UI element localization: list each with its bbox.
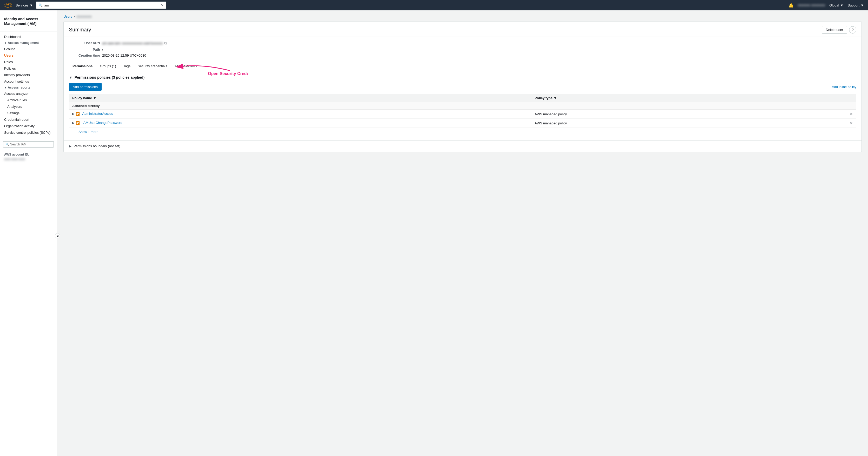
svg-rect-5	[75, 121, 79, 125]
policy-type-cell: AWS managed policy	[531, 119, 847, 128]
policy-name-cell: ▶ IAMUserChangePassword	[69, 119, 532, 128]
sidebar-item-access-analyzer[interactable]: Access analyzer	[0, 90, 57, 97]
tab-tags[interactable]: Tags	[120, 62, 134, 71]
support-menu[interactable]: Support ▼	[848, 3, 864, 7]
search-icon: 🔍	[38, 3, 42, 7]
sidebar-item-scp[interactable]: Service control policies (SCPs)	[0, 129, 57, 136]
account-id-label: AWS account ID:	[4, 153, 53, 156]
nav-right: 🔔 xxxxxxxx xxxxxxxxx Global ▼ Support ▼	[788, 3, 864, 8]
main-content: Users › xxxxxxxxx Summary Delete user ? …	[57, 10, 868, 456]
user-details: User ARN arn:aws:iam::xxxxxxxxxxxx:user/…	[64, 37, 862, 62]
col-policy-name-header[interactable]: Policy name ▼	[69, 94, 532, 102]
access-reports-toggle[interactable]: ▼ Access reports	[0, 85, 57, 90]
sidebar-item-analyzers[interactable]: Analyzers	[0, 103, 57, 110]
search-bar[interactable]: 🔍 ✕	[36, 2, 166, 9]
policy-icon	[75, 112, 80, 116]
policy-link-iam-user-change-password[interactable]: IAMUserChangePassword	[82, 121, 122, 125]
summary-card: Summary Delete user ? User ARN arn:aws:i…	[63, 22, 862, 152]
sort-icon: ▼	[93, 96, 96, 100]
header-actions: Delete user ?	[822, 26, 856, 33]
sidebar-item-org-activity[interactable]: Organization activity	[0, 123, 57, 129]
policy-type-cell: AWS managed policy	[531, 109, 847, 119]
sidebar-title: Identity and AccessManagement (IAM)	[0, 14, 57, 29]
account-name: xxxxxxxx xxxxxxxxx	[798, 3, 825, 7]
sidebar-item-users[interactable]: Users	[0, 52, 57, 59]
sidebar-item-identity-providers[interactable]: Identity providers	[0, 72, 57, 78]
col-actions-header	[847, 94, 856, 102]
top-nav: Services ▼ 🔍 ✕ 🔔 xxxxxxxx xxxxxxxxx Glob…	[0, 0, 868, 10]
search-input[interactable]	[44, 3, 161, 7]
breadcrumb-current-user: xxxxxxxxx	[76, 14, 92, 19]
policy-table: Policy name ▼ Policy type ▼	[69, 94, 856, 136]
help-button[interactable]: ?	[849, 26, 856, 33]
remove-policy-icon[interactable]: ✕	[850, 121, 853, 125]
path-value: /	[102, 47, 856, 52]
region-selector[interactable]: Global ▼	[829, 3, 843, 7]
clear-search-icon[interactable]: ✕	[161, 3, 164, 7]
copy-icon[interactable]: ⧉	[164, 41, 167, 45]
sidebar-item-policies[interactable]: Policies	[0, 65, 57, 72]
chevron-down-icon: ▼	[30, 3, 33, 7]
summary-title: Summary	[69, 27, 91, 33]
add-permissions-button[interactable]: Add permissions	[69, 83, 102, 91]
delete-user-button[interactable]: Delete user	[822, 26, 847, 33]
sidebar-search[interactable]: 🔍	[3, 141, 54, 148]
sidebar-item-roles[interactable]: Roles	[0, 59, 57, 65]
expand-policy-icon[interactable]: ▶	[72, 121, 74, 124]
collapse-icon: ▼	[4, 86, 7, 89]
arn-value: arn:aws:iam::xxxxxxxxxxxx:user/xxxxxxx ⧉	[102, 41, 856, 45]
sidebar-item-account-settings[interactable]: Account settings	[0, 78, 57, 85]
permissions-section: ▼ Permissions policies (3 policies appli…	[64, 71, 862, 140]
services-button[interactable]: Services ▼	[16, 3, 33, 7]
breadcrumb-users[interactable]: Users	[63, 14, 72, 19]
sidebar-item-groups[interactable]: Groups	[0, 46, 57, 52]
policy-row-administrator-access: ▶ AdministratorAccess AWS managed policy	[69, 109, 856, 119]
remove-policy-icon[interactable]: ✕	[850, 112, 853, 116]
sidebar-item-credential-report[interactable]: Credential report	[0, 116, 57, 123]
svg-rect-4	[76, 114, 78, 115]
chevron-down-icon: ▼	[840, 3, 844, 7]
sidebar-item-settings[interactable]: Settings	[0, 110, 57, 116]
search-icon: 🔍	[5, 143, 9, 146]
section-attached-directly: Attached directly	[69, 102, 856, 109]
tab-access-advisor[interactable]: Access Advisor	[171, 62, 201, 71]
breadcrumb: Users › xxxxxxxxx	[63, 14, 862, 19]
tab-permissions[interactable]: Permissions	[69, 62, 96, 71]
sidebar-footer: AWS account ID: xxxx-xxxx-xxxx	[0, 150, 57, 164]
show-more-link[interactable]: Show 1 more	[79, 130, 98, 134]
expand-policy-icon[interactable]: ▶	[72, 112, 74, 115]
access-management-toggle[interactable]: ▼ Access management	[0, 40, 57, 46]
boundary-toggle-icon: ▶	[69, 144, 71, 148]
notifications-icon[interactable]: 🔔	[788, 3, 794, 8]
svg-rect-6	[76, 122, 79, 123]
policy-remove-cell: ✕	[847, 109, 856, 119]
col-policy-type-header[interactable]: Policy type ▼	[531, 94, 847, 102]
tab-security-credentials[interactable]: Security credentials	[134, 62, 171, 71]
show-more-row: Show 1 more	[69, 128, 856, 136]
chevron-down-icon: ▼	[861, 3, 864, 7]
policy-icon	[75, 121, 80, 125]
account-id-value: xxxx-xxxx-xxxx	[4, 157, 53, 161]
creation-time-label: Creation time	[69, 54, 100, 57]
permissions-toggle-icon[interactable]: ▼	[69, 75, 72, 79]
tabs-container-annotation: Permissions Groups (1) Tags Security cre…	[64, 62, 862, 71]
creation-time-value: 2020-03-26 12:59 UTC+0530	[102, 54, 856, 57]
sidebar-item-dashboard[interactable]: Dashboard	[0, 33, 57, 40]
policy-link-administrator-access[interactable]: AdministratorAccess	[82, 112, 113, 116]
sort-icon: ▼	[554, 96, 557, 100]
sidebar: Identity and AccessManagement (IAM) Dash…	[0, 10, 57, 456]
tabs: Permissions Groups (1) Tags Security cre…	[64, 62, 862, 71]
tab-groups[interactable]: Groups (1)	[96, 62, 120, 71]
arn-label: User ARN	[69, 41, 100, 45]
policy-name-cell: ▶ AdministratorAccess	[69, 109, 532, 119]
aws-logo[interactable]	[4, 3, 12, 8]
add-inline-policy-link[interactable]: + Add inline policy	[829, 85, 856, 89]
svg-rect-2	[75, 112, 79, 116]
sidebar-search-input[interactable]	[10, 142, 52, 146]
svg-rect-3	[76, 113, 79, 114]
collapse-icon: ▼	[4, 41, 7, 44]
sidebar-collapse-button[interactable]: ◀	[55, 233, 60, 238]
sidebar-item-archive-rules[interactable]: Archive rules	[0, 97, 57, 103]
permissions-boundary[interactable]: ▶ Permissions boundary (not set)	[64, 140, 862, 152]
breadcrumb-sep: ›	[74, 14, 75, 19]
